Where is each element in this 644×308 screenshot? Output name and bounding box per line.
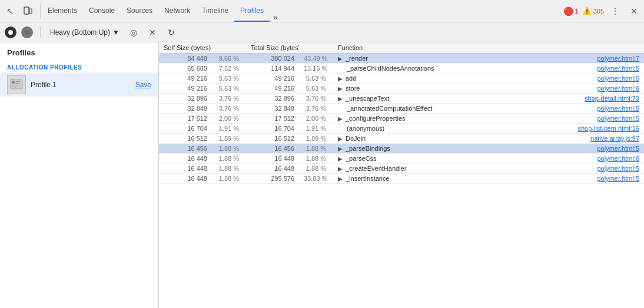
cell-total-pct: 1.88 % bbox=[299, 154, 333, 164]
source-link[interactable]: shop-detail.html:70 bbox=[585, 95, 639, 102]
function-name: (anonymous) bbox=[347, 125, 384, 132]
cell-self-size: 16 448 bbox=[159, 164, 212, 174]
svg-rect-0 bbox=[24, 7, 29, 14]
table-row[interactable]: 16 7041.91 %16 7041.91 %(anonymous)shop-… bbox=[159, 124, 644, 134]
cell-self-size: 16 448 bbox=[159, 154, 212, 164]
source-link[interactable]: polymer.html:5 bbox=[597, 115, 639, 122]
error-count: 1 bbox=[575, 8, 579, 15]
cell-function: ▶_configurePropertiespolymer.html:5 bbox=[333, 114, 644, 124]
cell-self-size: 65 680 bbox=[159, 64, 212, 74]
tab-elements[interactable]: Elements bbox=[42, 0, 83, 22]
cell-self-pct: 3.76 % bbox=[212, 94, 246, 104]
th-self-pct bbox=[212, 42, 246, 54]
expand-triangle-icon[interactable]: ▶ bbox=[338, 135, 343, 142]
cell-self-size: 17 512 bbox=[159, 114, 212, 124]
focus-eye-button[interactable]: ◎ bbox=[127, 25, 141, 39]
table-row[interactable]: 84 4489.66 %380 02443.49 %▶_renderpolyme… bbox=[159, 54, 644, 64]
source-link[interactable]: native array.js:97 bbox=[590, 135, 639, 142]
error-badge: 🔴 1 bbox=[563, 6, 579, 16]
table-row[interactable]: 16 4481.88 %16 4481.88 %▶_createEventHan… bbox=[159, 164, 644, 174]
cell-total-pct: 43.49 % bbox=[299, 54, 333, 64]
tab-overflow-btn[interactable]: » bbox=[270, 12, 281, 22]
cell-self-pct: 1.88 % bbox=[212, 174, 246, 184]
cell-self-pct: 7.52 % bbox=[212, 64, 246, 74]
table-row[interactable]: 16 4561.88 %16 4561.88 %▶_parseBindingsp… bbox=[159, 144, 644, 154]
expand-triangle-icon[interactable]: ▶ bbox=[338, 85, 343, 92]
source-link[interactable]: polymer.html:5 bbox=[597, 75, 639, 82]
data-table: Self Size (bytes) ▼ Total Size (bytes) F… bbox=[159, 42, 644, 184]
view-dropdown[interactable]: Heavy (Bottom Up) ▼ bbox=[48, 27, 122, 38]
function-name: _parseBindings bbox=[346, 145, 390, 152]
device-icon[interactable] bbox=[20, 4, 35, 19]
table-row[interactable]: 16 4481.88 %16 4481.88 %▶_parseCsspolyme… bbox=[159, 154, 644, 164]
table-row[interactable]: 16 5121.89 %16 5121.89 %▶DoJoinnative ar… bbox=[159, 134, 644, 144]
record-button[interactable] bbox=[5, 27, 16, 38]
cell-function: ▶_renderpolymer.html:7 bbox=[333, 54, 644, 64]
cell-self-pct: 1.91 % bbox=[212, 124, 246, 134]
cell-total-pct: 1.88 % bbox=[299, 144, 333, 154]
clear-button[interactable]: ✕ bbox=[145, 25, 160, 39]
source-link[interactable]: polymer.html:6 bbox=[597, 85, 639, 92]
th-function[interactable]: Function bbox=[333, 42, 644, 54]
table-row[interactable]: 17 5122.00 %17 5122.00 %▶_configurePrope… bbox=[159, 114, 644, 124]
tab-network[interactable]: Network bbox=[158, 0, 196, 22]
expand-triangle-icon[interactable]: ▶ bbox=[338, 55, 343, 62]
cell-self-size: 16 704 bbox=[159, 124, 212, 134]
cell-self-pct: 9.66 % bbox=[212, 54, 246, 64]
source-link[interactable]: polymer.html:5 bbox=[597, 165, 639, 172]
tab-list: Elements Console Sources Network Timelin… bbox=[42, 0, 559, 22]
source-link[interactable]: shop-list-item.html:16 bbox=[577, 125, 639, 132]
tab-sources[interactable]: Sources bbox=[121, 0, 158, 22]
cell-function: ▶_unescapeTextshop-detail.html:70 bbox=[333, 94, 644, 104]
expand-triangle-icon[interactable]: ▶ bbox=[338, 145, 343, 152]
th-self-size[interactable]: Self Size (bytes) ▼ bbox=[159, 42, 212, 54]
tab-console[interactable]: Console bbox=[83, 0, 121, 22]
cell-function: ▶_parseBindingspolymer.html:5 bbox=[333, 144, 644, 154]
source-link[interactable]: polymer.html:7 bbox=[597, 55, 639, 62]
table-row[interactable]: 49 2165.63 %49 2165.63 %▶addpolymer.html… bbox=[159, 74, 644, 84]
main-layout: Profiles ALLOCATION PROFILES Profile 1 S… bbox=[0, 42, 644, 308]
cursor-icon[interactable]: ↖ bbox=[2, 4, 18, 19]
expand-triangle-icon[interactable]: ▶ bbox=[338, 155, 343, 162]
table-row[interactable]: 49 2165.63 %49 2165.63 %▶storepolymer.ht… bbox=[159, 84, 644, 94]
cell-self-pct: 2.00 % bbox=[212, 114, 246, 124]
tab-timeline[interactable]: Timeline bbox=[196, 0, 234, 22]
th-total-size[interactable]: Total Size (bytes) bbox=[246, 42, 299, 54]
table-row[interactable]: 65 6807.52 %114 94413.16 %_parseChildNod… bbox=[159, 64, 644, 74]
profile-item[interactable]: Profile 1 Save bbox=[0, 73, 158, 97]
cell-total-size: 49 216 bbox=[246, 74, 299, 84]
error-icon: 🔴 bbox=[563, 6, 573, 16]
expand-triangle-icon[interactable]: ▶ bbox=[338, 115, 343, 122]
function-name: _annotatedComputationEffect bbox=[347, 105, 432, 112]
cell-self-pct: 1.89 % bbox=[212, 134, 246, 144]
table-row[interactable]: 32 8483.76 %32 8483.76 %_annotatedComput… bbox=[159, 104, 644, 114]
cell-function: _annotatedComputationEffectpolymer.html:… bbox=[333, 104, 644, 114]
function-name: _configureProperties bbox=[346, 115, 406, 122]
cell-total-pct: 3.76 % bbox=[299, 94, 333, 104]
svg-rect-1 bbox=[29, 9, 32, 14]
expand-triangle-icon[interactable]: ▶ bbox=[338, 175, 343, 182]
sidebar-title: Profiles bbox=[0, 42, 158, 61]
cell-total-size: 16 448 bbox=[246, 164, 299, 174]
profile-save-button[interactable]: Save bbox=[135, 81, 151, 89]
source-link[interactable]: polymer.html:5 bbox=[597, 65, 639, 72]
source-link[interactable]: polymer.html:6 bbox=[597, 155, 639, 162]
table-row[interactable]: 32 8963.76 %32 8963.76 %▶_unescapeTextsh… bbox=[159, 94, 644, 104]
expand-triangle-icon[interactable]: ▶ bbox=[338, 165, 343, 172]
close-button[interactable]: ✕ bbox=[626, 4, 642, 19]
svg-rect-3 bbox=[11, 80, 22, 89]
cell-total-size: 16 512 bbox=[246, 134, 299, 144]
source-link[interactable]: polymer.html:5 bbox=[597, 145, 639, 152]
more-button[interactable]: ⋮ bbox=[608, 4, 623, 19]
function-name: _unescapeText bbox=[346, 95, 389, 102]
tab-profiles[interactable]: Profiles bbox=[234, 0, 270, 22]
table-row[interactable]: 16 4481.88 %295 57633.83 %▶_insertInstan… bbox=[159, 174, 644, 184]
source-link[interactable]: polymer.html:5 bbox=[597, 105, 639, 112]
second-bar: ⊘ Heavy (Bottom Up) ▼ ◎ ✕ ↻ bbox=[0, 22, 644, 42]
cell-self-pct: 5.63 % bbox=[212, 74, 246, 84]
expand-triangle-icon[interactable]: ▶ bbox=[338, 75, 343, 82]
stop-button[interactable]: ⊘ bbox=[21, 27, 33, 38]
refresh-button[interactable]: ↻ bbox=[164, 25, 178, 39]
source-link[interactable]: polymer.html:5 bbox=[597, 175, 639, 182]
expand-triangle-icon[interactable]: ▶ bbox=[338, 95, 343, 102]
